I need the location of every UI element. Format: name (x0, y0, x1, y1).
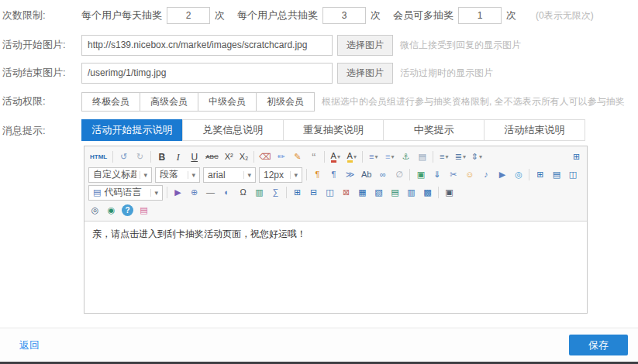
table-insert-col-icon[interactable]: ◫ (322, 185, 337, 200)
code-language-select[interactable]: ▤代码语言▾ (88, 185, 163, 201)
message-tab-5[interactable]: 活动结束说明 (484, 119, 585, 141)
editor-content[interactable]: 亲，请点击进入到刮卡抽奖活动页面，祝您好运哦！ (84, 221, 587, 313)
table-sort-icon[interactable]: ▥ (404, 185, 419, 200)
map-icon[interactable]: ◎ (511, 167, 526, 182)
rich-text-editor: HTML↺↻BIUABCX²X₂⌫✏✎“A▾A▾≡▾≡▾⚓▤≡▾≣▾⇕▾⊞自定义… (84, 146, 588, 314)
music-icon[interactable]: ♪ (478, 167, 493, 182)
back-link[interactable]: 返回 (19, 338, 40, 352)
link-icon[interactable]: ∞ (375, 167, 390, 182)
snapscreen-icon[interactable]: ✂ (446, 167, 460, 182)
message-tabs: 活动开始提示说明兑奖信息说明重复抽奖说明中奖提示活动结束说明 (81, 119, 585, 141)
word-paste-icon[interactable]: ▤ (136, 203, 151, 218)
ordered-list-icon[interactable]: ≡▾ (366, 149, 381, 164)
scratch-card-activity-settings: 次数限制: 每个用户每天抽奖 次 每个用户总共抽奖 次 会员可多抽奖 次 (0表… (0, 0, 638, 314)
emotion-icon[interactable]: ☺ (462, 167, 477, 182)
anchor-icon[interactable]: ⚓ (398, 149, 413, 164)
split-cells-icon[interactable]: ▦ (581, 167, 585, 182)
direction-rtl-icon[interactable]: ¶ (326, 167, 341, 182)
member-extra-label: 会员可多抽奖 (393, 9, 453, 22)
insert-image-icon[interactable]: ▣ (413, 167, 428, 182)
end-image-label: 活动结束图片: (2, 66, 81, 80)
table-merge-icon[interactable]: ▦ (355, 185, 370, 200)
search-icon[interactable]: ◎ (88, 203, 102, 218)
date-time-icon[interactable]: ◐ (219, 185, 234, 200)
undo-icon[interactable]: ↺ (116, 149, 131, 164)
permissions-hint: 根据选中的会员组进行参与抽奖资格限制, 全不选表示所有人可以参与抽奖 (322, 95, 625, 108)
per-day-input[interactable] (167, 7, 210, 24)
font-family-select[interactable]: arial▾ (203, 167, 256, 183)
formula-icon[interactable]: ∑ (268, 185, 283, 200)
heading-select[interactable]: 自定义标题▾ (88, 167, 152, 183)
remove-format-icon[interactable]: ⌫ (257, 149, 272, 164)
font-color-icon[interactable]: A▾ (328, 149, 343, 164)
italic-icon[interactable]: I (171, 149, 185, 164)
table-delete-row-icon[interactable]: ⊟ (306, 185, 321, 200)
print-icon[interactable]: ▣ (442, 185, 457, 200)
merge-cells-icon[interactable]: ◫ (565, 167, 580, 182)
message-tab-2[interactable]: 兑奖信息说明 (182, 119, 284, 141)
permission-option-2[interactable]: 高级会员 (140, 92, 198, 112)
end-image-input[interactable] (81, 63, 333, 84)
bold-icon[interactable]: B (154, 149, 169, 164)
align-icon[interactable]: ≣▾ (453, 149, 467, 164)
video-icon[interactable]: ▶ (495, 167, 509, 182)
limits-label: 次数限制: (2, 9, 81, 22)
table-delete-col-icon[interactable]: ⊠ (339, 185, 353, 200)
superscript-icon[interactable]: X² (222, 149, 236, 164)
table-insert-row-icon[interactable]: ⊞ (290, 185, 305, 200)
message-tab-1[interactable]: 活动开始提示说明 (81, 119, 183, 141)
unlink-icon[interactable]: ∅ (391, 167, 406, 182)
total-input[interactable] (322, 7, 366, 24)
table-style-icon[interactable]: ▤ (388, 185, 402, 200)
end-image-hint: 活动过期时的显示图片 (400, 67, 493, 80)
direction-ltr-icon[interactable]: ¶ (310, 167, 325, 182)
indent-icon[interactable]: ≡▾ (436, 149, 451, 164)
chart-icon[interactable]: ▥ (252, 185, 267, 200)
permission-option-4[interactable]: 初级会员 (256, 92, 315, 112)
horizontal-rule-icon[interactable]: — (203, 185, 218, 200)
end-image-choose-button[interactable]: 选择图片 (337, 63, 393, 84)
attachment-icon[interactable]: ⊕ (187, 185, 202, 200)
permission-option-3[interactable]: 中级会员 (198, 92, 257, 112)
insert-table-icon[interactable]: ⊞ (533, 167, 547, 182)
redo-icon[interactable]: ↻ (133, 149, 147, 164)
help-circle-icon[interactable]: ? (122, 204, 133, 216)
preview-icon[interactable]: ◉ (104, 203, 119, 218)
paragraph-select-value: 段落 (160, 168, 185, 181)
scrawl-pen-icon[interactable]: ✎ (290, 149, 305, 164)
format-painter-icon[interactable]: ✏ (274, 149, 288, 164)
source-code-button[interactable]: HTML (88, 149, 109, 164)
font-size-select-value: 12px (264, 170, 287, 180)
table-split-icon[interactable]: ▧ (371, 185, 386, 200)
paragraph-select[interactable]: 段落▾ (155, 167, 200, 183)
insert-video-icon[interactable]: ▶ (171, 185, 185, 200)
blockquote-icon[interactable]: “ (306, 149, 321, 164)
special-char-icon[interactable]: Ω (236, 185, 250, 200)
underline-icon[interactable]: U (187, 149, 202, 164)
table-border-icon[interactable]: ▩ (420, 185, 435, 200)
indent-more-icon[interactable]: ≫ (343, 167, 357, 182)
message-tab-4[interactable]: 中奖提示 (383, 119, 485, 141)
subscript-icon[interactable]: X₂ (237, 149, 251, 164)
message-tabs-label: 消息提示: (2, 119, 81, 141)
message-tab-3[interactable]: 重复抽奖说明 (283, 119, 385, 141)
insert-frame-icon[interactable]: ▤ (415, 149, 429, 164)
total-label: 每个用户总共抽奖 (237, 9, 318, 22)
chevron-down-icon: ▾ (290, 171, 298, 179)
line-height-icon[interactable]: ⇕▾ (469, 149, 484, 164)
heading-select-value: 自定义标题 (93, 168, 136, 181)
permission-option-1[interactable]: 终极会员 (81, 92, 140, 112)
strikethrough-icon[interactable]: ABC (203, 149, 220, 164)
font-size-select[interactable]: 12px▾ (259, 167, 302, 183)
table-header-icon[interactable]: ▤ (549, 167, 564, 182)
save-button[interactable]: 保存 (569, 335, 628, 355)
member-extra-input[interactable] (458, 7, 502, 24)
fullscreen-icon[interactable]: ⊞ (569, 149, 584, 164)
word-image-icon[interactable]: ⇓ (429, 167, 444, 182)
start-image-choose-button[interactable]: 选择图片 (337, 35, 393, 56)
permissions-row: 活动权限: 终极会员高级会员中级会员初级会员 根据选中的会员组进行参与抽奖资格限… (2, 91, 638, 112)
background-color-icon[interactable]: A▾ (344, 149, 359, 164)
start-image-input[interactable] (81, 35, 333, 56)
unordered-list-icon[interactable]: ≡▾ (382, 149, 397, 164)
find-replace-icon[interactable]: Ab (359, 167, 374, 182)
